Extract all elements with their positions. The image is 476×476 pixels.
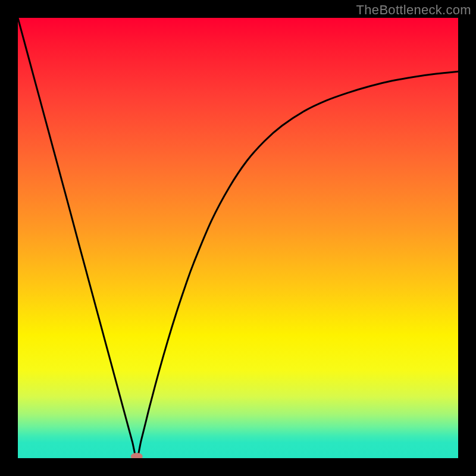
curve-layer: [18, 18, 458, 458]
bottleneck-curve: [18, 18, 458, 458]
watermark-text: TheBottleneck.com: [356, 2, 471, 18]
curve-minimum-marker: [131, 453, 143, 458]
chart-frame: TheBottleneck.com: [0, 0, 476, 476]
